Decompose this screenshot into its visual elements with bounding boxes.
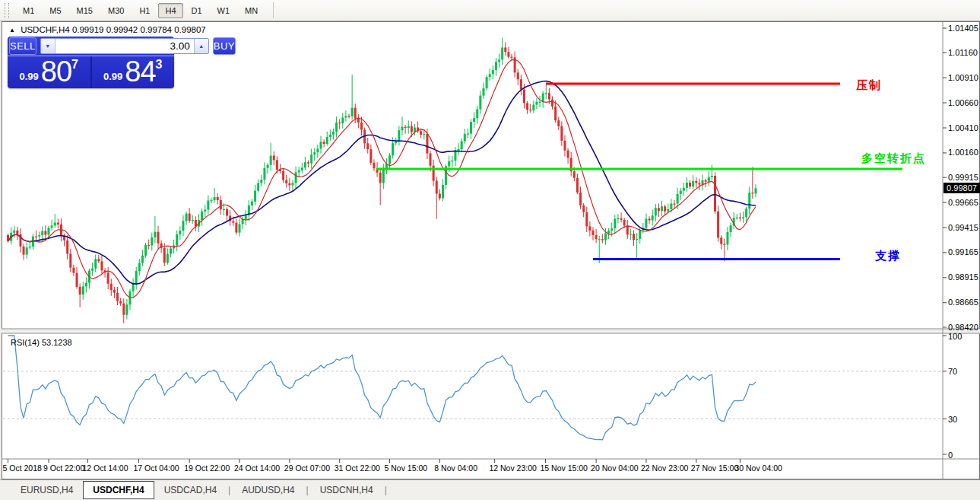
time-axis-label: 9 Oct 22:00: [43, 463, 84, 473]
price-scale-label: 1.01160: [948, 48, 978, 57]
level-annotation-text[interactable]: 多空转折点: [861, 151, 926, 166]
tab-audusd-h4[interactable]: AUDUSD,H4: [232, 481, 304, 499]
timeframe-button-mn[interactable]: MN: [238, 3, 265, 18]
time-axis-label: 27 Nov 15:00: [691, 463, 738, 473]
buy-price-big-digits: 84: [125, 56, 155, 88]
tab-separator: |: [383, 485, 389, 495]
sell-price-pip-digit: 7: [71, 58, 78, 88]
tab-usdcad-h4[interactable]: USDCAD,H4: [154, 481, 227, 499]
tab-usdcnh-h4[interactable]: USDCNH,H4: [310, 481, 383, 499]
time-axis-label: 12 Nov 23:00: [489, 463, 536, 473]
lot-size-control: ▼ ▲: [40, 38, 209, 54]
lot-increase-button[interactable]: ▲: [194, 39, 208, 53]
price-scale-label: 0.99665: [948, 198, 978, 207]
toolbar-separator: [273, 2, 274, 18]
time-axis-label: 12 Oct 14:00: [82, 463, 128, 473]
collapse-arrow-icon[interactable]: ▲: [9, 27, 15, 33]
chart-ohlc-values: 0.99919 0.99942 0.99784 0.99807: [72, 25, 206, 34]
price-scale-label: 0.98420: [948, 323, 978, 332]
time-axis-label: 19 Oct 22:00: [184, 463, 230, 473]
tab-eurusd-h4[interactable]: EURUSD,H4: [11, 481, 83, 499]
current-price-badge: 0.99807: [944, 183, 980, 193]
time-axis-label: 20 Nov 04:00: [591, 463, 638, 473]
price-scale-label: 0.99915: [948, 173, 978, 182]
timeframe-button-h4[interactable]: H4: [158, 3, 182, 18]
time-axis-label: 17 Oct 04:00: [134, 463, 179, 473]
lot-decrease-button[interactable]: ▼: [41, 39, 56, 53]
time-axis-label: 31 Oct 22:00: [335, 463, 380, 473]
tab-separator: |: [227, 485, 232, 495]
price-scale-label: 0.99165: [948, 247, 978, 256]
timeframe-button-m1[interactable]: M1: [16, 3, 41, 18]
chart-title: ▲ USDCHF,H4 0.99919 0.99942 0.99784 0.99…: [9, 25, 206, 34]
sell-button[interactable]: SELL: [9, 37, 36, 55]
tab-separator: |: [305, 485, 310, 495]
one-click-trading-widget: SELL ▼ ▲ BUY 0.99 80 7 0.99 84 3: [8, 37, 174, 88]
rsi-indicator-label: RSI(14) 53.1238: [11, 338, 72, 347]
sell-price-button[interactable]: 0.99 80 7: [8, 56, 92, 88]
lot-size-input[interactable]: [56, 39, 194, 53]
rsi-scale-label: 70: [948, 367, 957, 376]
price-scale-label: 0.99415: [948, 223, 978, 232]
time-axis-label: 30 Nov 04:00: [734, 463, 782, 473]
timeframe-button-m5[interactable]: M5: [43, 3, 68, 18]
time-axis-label: 5 Oct 2018: [3, 463, 42, 473]
timeframe-button-m30[interactable]: M30: [101, 3, 131, 18]
price-scale-label: 1.00660: [948, 98, 978, 107]
rsi-scale-label: 100: [948, 332, 962, 341]
chart-symbol: USDCHF,H4: [21, 25, 70, 34]
symbol-tab-bar: EURUSD,H4USDCHF,H4USDCAD,H4|AUDUSD,H4|US…: [0, 479, 980, 500]
timeframe-toolbar: M1M5M15M30H1H4D1W1MN: [0, 0, 980, 21]
price-scale-label: 1.00160: [948, 148, 978, 157]
rsi-scale-label: 30: [948, 415, 957, 424]
price-scale-label: 1.01405: [948, 24, 978, 33]
time-axis-label: 22 Nov 23:00: [641, 463, 688, 473]
timeframe-button-h1[interactable]: H1: [132, 3, 157, 18]
price-scale-label: 0.98915: [948, 272, 978, 282]
sell-price-prefix: 0.99: [20, 71, 39, 82]
buy-price-prefix: 0.99: [103, 71, 122, 82]
toolbar-grip-handle[interactable]: [5, 3, 9, 18]
price-scale-label: 1.00410: [948, 123, 978, 132]
level-annotation-text[interactable]: 压制: [856, 78, 882, 93]
buy-button[interactable]: BUY: [213, 37, 236, 55]
time-axis-label: 15 Nov 15:00: [540, 463, 587, 473]
time-axis-label: 29 Oct 07:00: [284, 463, 330, 473]
price-scale-label: 1.00910: [948, 73, 978, 82]
buy-price-pip-digit: 3: [156, 58, 163, 88]
time-axis-label: 5 Nov 15:00: [385, 463, 428, 473]
timeframe-button-w1[interactable]: W1: [211, 3, 237, 18]
sell-price-big-digits: 80: [41, 56, 71, 88]
tab-usdchf-h4[interactable]: USDCHF,H4: [83, 481, 154, 499]
chart-plot-area[interactable]: [2, 21, 980, 479]
timeframe-button-m15[interactable]: M15: [70, 3, 100, 18]
price-scale-label: 0.98665: [948, 298, 978, 307]
time-axis-label: 24 Oct 14:00: [234, 463, 280, 473]
buy-price-button[interactable]: 0.99 84 3: [92, 56, 175, 88]
level-annotation-text[interactable]: 支撑: [875, 249, 901, 263]
rsi-scale-label: 0: [948, 451, 953, 460]
timeframe-button-d1[interactable]: D1: [185, 3, 209, 18]
time-axis-label: 8 Nov 04:00: [434, 463, 477, 473]
timeframe-buttons: M1M5M15M30H1H4D1W1MN: [15, 3, 265, 18]
